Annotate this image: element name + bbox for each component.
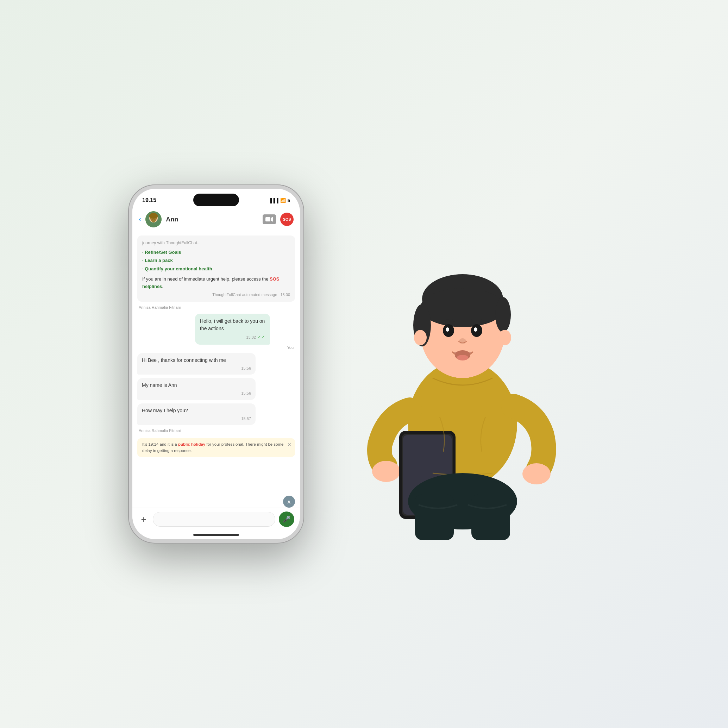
recv-message-2-footer: 15:56 (142, 390, 251, 396)
character-svg (330, 206, 595, 540)
header-icons: SOS (263, 213, 294, 226)
urgent-text: If you are in need of immediate urgent h… (142, 276, 290, 291)
chevron-up-icon: ∧ (287, 499, 291, 505)
recv-message-3-footer: 15:57 (142, 416, 251, 422)
auto-intro: journey with ThoughtFullChat... (142, 240, 290, 246)
helplines-link[interactable]: helplines (142, 284, 162, 289)
chat-input-bar: + 🎤 (132, 508, 300, 534)
recv-message-1-text: Hi Bee , thanks for connecting with me (142, 357, 226, 363)
attachment-button[interactable]: + (138, 514, 149, 525)
bullet-refine: · Refine/Set Goals (142, 248, 290, 256)
recv-msg-1-wrapper: Hi Bee , thanks for connecting with me 1… (137, 353, 295, 375)
sent-message-wrapper: Hello, i will get back to you on the act… (137, 314, 295, 350)
recv-msg-3-wrapper: How may I help you? 15:57 (137, 404, 295, 425)
sent-message-text: Hello, i will get back to you on the act… (200, 318, 265, 331)
recv-message-3-text: How may I help you? (142, 408, 188, 413)
battery-icon: 5 (288, 198, 290, 203)
public-holiday-text: public holiday (178, 442, 205, 447)
svg-point-19 (474, 327, 477, 332)
sos-button[interactable]: SOS (280, 213, 294, 226)
svg-rect-5 (265, 217, 270, 222)
chat-header: ‹ (132, 208, 300, 231)
sender-name-1: Annisa Rahmalia Fitriani (139, 305, 295, 309)
phone-notch (193, 194, 239, 206)
phone-wrapper: 19.15 ▐▐▐ 📶 5 ‹ (128, 185, 304, 543)
avatar (145, 211, 162, 228)
auto-message-footer: ThoughtFullChat automated message 13:00 (142, 292, 290, 298)
svg-point-18 (446, 327, 449, 332)
svg-point-13 (495, 297, 511, 332)
message-input[interactable] (153, 512, 275, 527)
check-icon: ✓✓ (257, 334, 265, 341)
svg-point-24 (522, 463, 551, 485)
recv-msg-2-wrapper: My name is Ann 15:56 (137, 378, 295, 400)
scroll-up-button[interactable]: ∧ (283, 496, 295, 508)
svg-point-11 (420, 288, 505, 327)
scene: 19.15 ▐▐▐ 📶 5 ‹ (29, 29, 699, 699)
holiday-close-button[interactable]: ✕ (287, 441, 292, 448)
recv-message-2-text: My name is Ann (142, 382, 177, 388)
status-time: 19.15 (142, 197, 156, 203)
recv-message-2: My name is Ann 15:56 (137, 378, 255, 400)
svg-rect-30 (471, 494, 510, 540)
home-indicator (193, 534, 239, 536)
video-call-button[interactable] (263, 214, 276, 224)
video-icon (265, 217, 273, 222)
microphone-button[interactable]: 🎤 (279, 511, 294, 527)
phone-screen: 19.15 ▐▐▐ 📶 5 ‹ (132, 189, 300, 539)
svg-point-15 (499, 330, 511, 345)
sender-name-2: Annisa Rahmalia Fitriani (139, 428, 295, 433)
signal-icon: ▐▐▐ (269, 198, 278, 203)
automated-message: journey with ThoughtFullChat... · Refine… (137, 236, 295, 302)
wifi-icon: 📶 (280, 198, 286, 203)
bullet-learn: · Learn a pack (142, 256, 290, 265)
sos-link[interactable]: SOS (270, 276, 279, 281)
holiday-text-before: It's 19:14 and it is a (142, 442, 178, 447)
recv-message-1-footer: 15:56 (142, 366, 251, 372)
avatar-svg (145, 211, 162, 228)
bullet-quantify: · Quantify your emotional health (142, 265, 290, 273)
recv-message-1: Hi Bee , thanks for connecting with me 1… (137, 353, 255, 375)
contact-name: Ann (166, 216, 258, 223)
you-label: You (195, 345, 294, 350)
character-illustration (325, 188, 600, 540)
phone-device: 19.15 ▐▐▐ 📶 5 ‹ (128, 185, 304, 543)
svg-point-23 (372, 461, 400, 482)
svg-marker-6 (271, 217, 273, 222)
microphone-icon: 🎤 (283, 515, 291, 523)
sent-message: Hello, i will get back to you on the act… (195, 314, 270, 345)
sent-time: 13:02 (246, 335, 256, 340)
chat-body[interactable]: journey with ThoughtFullChat... · Refine… (132, 231, 300, 508)
svg-point-22 (457, 355, 468, 361)
sent-message-footer: 13:02 ✓✓ (200, 334, 265, 341)
back-button[interactable]: ‹ (139, 215, 141, 224)
status-icons: ▐▐▐ 📶 5 (269, 198, 290, 203)
holiday-notice: It's 19:14 and it is a public holiday fo… (137, 438, 295, 457)
svg-rect-29 (415, 494, 454, 540)
svg-point-14 (414, 330, 427, 345)
recv-message-3: How may I help you? 15:57 (137, 404, 255, 425)
